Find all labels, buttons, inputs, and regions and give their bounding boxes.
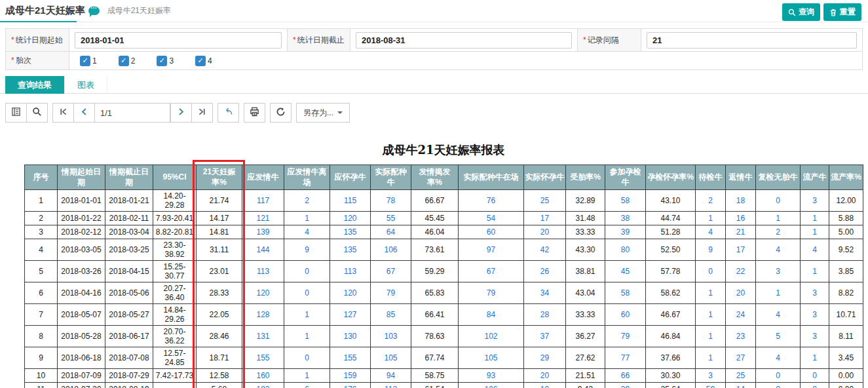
cell-link[interactable]: 112: [371, 383, 411, 388]
parity-checkbox-4[interactable]: ✓4: [195, 56, 212, 66]
cell-link[interactable]: 3: [801, 190, 829, 212]
cell-link[interactable]: 105: [371, 347, 411, 369]
cell-link[interactable]: 3: [801, 326, 829, 347]
end-date-input[interactable]: [356, 32, 572, 48]
cell-link[interactable]: 1: [284, 369, 330, 383]
cell-link[interactable]: 24: [726, 304, 756, 326]
cell-link[interactable]: 3: [696, 369, 726, 383]
cell-link[interactable]: 4: [696, 225, 726, 239]
cell-link[interactable]: 29: [524, 347, 566, 369]
cell-link[interactable]: 58: [605, 282, 646, 304]
parity-checkbox-2[interactable]: ✓2: [119, 56, 136, 66]
cell-link[interactable]: 38: [605, 212, 646, 225]
cell-link[interactable]: 3: [756, 261, 801, 282]
cell-link[interactable]: 39: [605, 383, 646, 388]
cell-link[interactable]: 128: [242, 304, 284, 326]
cell-link[interactable]: 4: [801, 239, 829, 261]
cell-link[interactable]: 79: [605, 326, 646, 347]
cell-link[interactable]: 22: [726, 261, 756, 282]
cell-link[interactable]: 115: [330, 190, 371, 212]
cell-link[interactable]: 23: [726, 326, 756, 347]
cell-link[interactable]: 0: [756, 369, 801, 383]
report-tree-button[interactable]: [5, 103, 27, 123]
cell-link[interactable]: 21: [726, 225, 756, 239]
cell-link[interactable]: 1: [696, 304, 726, 326]
cell-link[interactable]: 1: [284, 212, 330, 225]
cell-link[interactable]: 5: [756, 326, 801, 347]
cell-link[interactable]: 45: [605, 261, 646, 282]
cell-link[interactable]: 60: [459, 225, 524, 239]
cell-link[interactable]: 106: [459, 383, 524, 388]
cell-link[interactable]: 102: [459, 326, 524, 347]
cell-link[interactable]: 2: [696, 190, 726, 212]
cell-link[interactable]: 1: [756, 282, 801, 304]
interval-input[interactable]: [647, 32, 857, 48]
cell-link[interactable]: 0: [284, 347, 330, 369]
cell-link[interactable]: 2: [756, 225, 801, 239]
cell-link[interactable]: 10: [524, 383, 566, 388]
cell-link[interactable]: 58: [605, 190, 646, 212]
reset-button[interactable]: 重置: [823, 3, 861, 21]
cell-link[interactable]: 3: [801, 282, 829, 304]
cell-link[interactable]: 105: [459, 347, 524, 369]
cell-link[interactable]: 4: [756, 239, 801, 261]
next-page-button[interactable]: [170, 103, 192, 123]
cell-link[interactable]: 9: [284, 239, 330, 261]
cell-link[interactable]: 1: [801, 212, 829, 225]
cell-link[interactable]: 1: [284, 326, 330, 347]
prev-page-button[interactable]: [73, 103, 95, 123]
cell-link[interactable]: 39: [605, 225, 646, 239]
cell-link[interactable]: 42: [524, 239, 566, 261]
parity-checkbox-3[interactable]: ✓3: [157, 56, 174, 66]
cell-link[interactable]: 67: [371, 261, 411, 282]
cell-link[interactable]: 25: [524, 190, 566, 212]
cell-link[interactable]: 28: [524, 304, 566, 326]
cell-link[interactable]: 84: [459, 304, 524, 326]
cell-link[interactable]: 176: [330, 383, 371, 388]
cell-link[interactable]: 0: [801, 383, 829, 388]
cell-link[interactable]: 37: [524, 326, 566, 347]
cell-link[interactable]: 3: [801, 304, 829, 326]
cell-link[interactable]: 77: [605, 347, 646, 369]
cell-link[interactable]: 17: [524, 212, 566, 225]
cell-link[interactable]: 103: [371, 326, 411, 347]
cell-link[interactable]: 182: [242, 383, 284, 388]
print-button[interactable]: [244, 103, 265, 123]
cell-link[interactable]: 60: [605, 304, 646, 326]
cell-link[interactable]: 120: [330, 212, 371, 225]
cell-link[interactable]: 26: [524, 261, 566, 282]
cell-link[interactable]: 120: [242, 282, 284, 304]
cell-link[interactable]: 9: [696, 239, 726, 261]
cell-link[interactable]: 16: [726, 212, 756, 225]
cell-link[interactable]: 78: [371, 190, 411, 212]
back-button[interactable]: [217, 103, 239, 123]
query-button[interactable]: 查询: [782, 3, 820, 21]
start-date-input[interactable]: [75, 32, 282, 48]
export-button[interactable]: [270, 103, 292, 123]
cell-link[interactable]: 85: [371, 304, 411, 326]
cell-link[interactable]: 121: [242, 212, 284, 225]
cell-link[interactable]: 79: [459, 282, 524, 304]
cell-link[interactable]: 1: [696, 282, 726, 304]
cell-link[interactable]: 0: [756, 190, 801, 212]
cell-link[interactable]: 79: [371, 282, 411, 304]
tab-chart[interactable]: 图表: [64, 76, 107, 94]
cell-link[interactable]: 4: [756, 347, 801, 369]
cell-link[interactable]: 94: [371, 369, 411, 383]
cell-link[interactable]: 159: [330, 369, 371, 383]
cell-link[interactable]: 20: [524, 369, 566, 383]
cell-link[interactable]: 135: [330, 239, 371, 261]
cell-link[interactable]: 155: [330, 347, 371, 369]
cell-link[interactable]: 1: [284, 304, 330, 326]
cell-link[interactable]: 64: [371, 225, 411, 239]
cell-link[interactable]: 76: [459, 190, 524, 212]
cell-link[interactable]: 131: [242, 326, 284, 347]
cell-link[interactable]: 139: [242, 225, 284, 239]
cell-link[interactable]: 55: [371, 212, 411, 225]
cell-link[interactable]: 0: [696, 261, 726, 282]
cell-link[interactable]: 127: [330, 304, 371, 326]
search-button[interactable]: [26, 103, 48, 123]
cell-link[interactable]: 4: [284, 225, 330, 239]
cell-link[interactable]: 0: [284, 261, 330, 282]
cell-link[interactable]: 14: [726, 383, 756, 388]
